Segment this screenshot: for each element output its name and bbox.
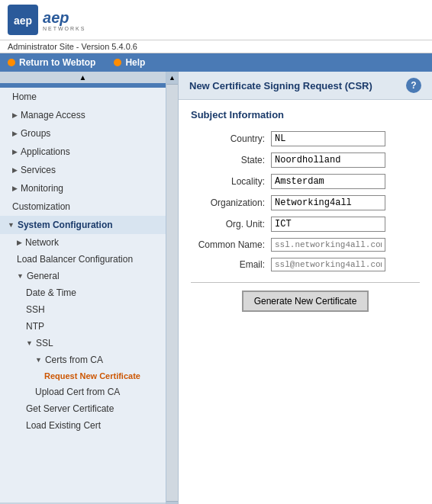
sidebar-scroll-up[interactable]: ▲ [0, 72, 166, 83]
general-arrow: ▼ [17, 272, 24, 280]
help-circle-icon[interactable]: ? [406, 78, 421, 93]
sidebar-item-get-server-cert[interactable]: Get Server Certificate [0, 400, 166, 417]
sidebar-item-home[interactable]: Home [0, 88, 166, 106]
logo-brand: aep [43, 9, 85, 26]
version-text: Administrator Site - Version 5.4.0.6 [8, 42, 137, 51]
content-body: Subject Information Country: State: Loca… [179, 100, 432, 504]
state-input[interactable] [271, 152, 385, 168]
email-label: Email: [191, 255, 271, 274]
system-config-arrow: ▼ [8, 221, 15, 229]
sidebar-item-date-time[interactable]: Date & Time [0, 284, 166, 301]
org-unit-row: Org. Unit: [191, 213, 420, 235]
scrollbar-track [166, 85, 178, 501]
logo-e: e [51, 9, 60, 26]
section-title: Subject Information [191, 109, 420, 120]
organization-label: Organization: [191, 192, 271, 213]
applications-arrow: ▶ [12, 148, 18, 156]
country-row: Country: [191, 128, 420, 149]
generate-certificate-button[interactable]: Generate New Certificate [242, 291, 369, 312]
general-label: General [27, 271, 60, 281]
app-header: aep aep NETWORKS [0, 0, 432, 40]
network-arrow: ▶ [17, 239, 22, 246]
common-name-input[interactable] [271, 238, 385, 252]
request-new-label: Request New Certificate [44, 371, 140, 380]
logo-text-block: aep NETWORKS [43, 9, 85, 31]
help-btn[interactable]: Help [114, 57, 145, 68]
content-area: New Certificate Signing Request (CSR) ? … [179, 72, 432, 504]
organization-input[interactable] [271, 195, 385, 210]
state-value-cell [271, 149, 420, 171]
sidebar-scrollbar[interactable]: ▲ ▼ [166, 72, 179, 504]
form-separator [191, 282, 420, 283]
sidebar-content: Home ▶ Manage Access ▶ Groups ▶ Applicat… [0, 88, 166, 502]
groups-arrow: ▶ [12, 130, 18, 137]
toolbar: Return to Webtop Help [0, 53, 432, 72]
scrollbar-up[interactable]: ▲ [166, 72, 178, 85]
main-layout: ▲ Home ▶ Manage Access ▶ Groups ▶ Applic… [0, 72, 432, 504]
common-name-label: Common Name: [191, 235, 271, 255]
logo: aep aep NETWORKS [8, 5, 85, 35]
sidebar-item-groups[interactable]: ▶ Groups [0, 124, 166, 143]
sidebar-item-manage-access[interactable]: ▶ Manage Access [0, 106, 166, 124]
ssl-arrow: ▼ [26, 339, 33, 347]
help-label: Help [125, 57, 145, 68]
scrollbar-down[interactable]: ▼ [166, 501, 178, 504]
customization-label: Customization [12, 201, 70, 212]
sidebar-item-ssl[interactable]: ▼ SSL [0, 335, 166, 352]
version-bar: Administrator Site - Version 5.4.0.6 [0, 40, 432, 53]
return-to-webtop-btn[interactable]: Return to Webtop [8, 57, 95, 68]
email-input[interactable] [271, 258, 385, 271]
org-unit-label: Org. Unit: [191, 213, 271, 235]
svg-text:aep: aep [14, 14, 32, 27]
return-label: Return to Webtop [19, 57, 95, 68]
sidebar-item-applications[interactable]: ▶ Applications [0, 143, 166, 161]
certs-from-ca-label: Certs from CA [45, 355, 103, 365]
sidebar-item-system-config[interactable]: ▼ System Configuration [0, 216, 166, 234]
date-time-label: Date & Time [26, 287, 76, 298]
sidebar-item-certs-from-ca[interactable]: ▼ Certs from CA [0, 352, 166, 368]
system-config-label: System Configuration [18, 220, 113, 230]
sidebar-item-request-new[interactable]: Request New Certificate [0, 368, 166, 384]
sidebar-item-ssh[interactable]: SSH [0, 301, 166, 318]
network-label: Network [25, 237, 59, 248]
sidebar-item-upload-cert[interactable]: Upload Cert from CA [0, 384, 166, 400]
help-icon-text: ? [411, 80, 416, 91]
content-title: New Certificate Signing Request (CSR) [189, 80, 372, 91]
sidebar-item-network[interactable]: ▶ Network [0, 234, 166, 251]
certs-arrow: ▼ [35, 356, 42, 364]
locality-row: Locality: [191, 171, 420, 192]
organization-row: Organization: [191, 192, 420, 213]
sidebar-item-customization[interactable]: Customization [0, 197, 166, 216]
applications-label: Applications [21, 146, 70, 157]
ntp-label: NTP [26, 321, 44, 332]
country-input[interactable] [271, 131, 385, 146]
services-arrow: ▶ [12, 166, 18, 174]
logo-svg: aep [11, 8, 35, 32]
get-server-cert-label: Get Server Certificate [26, 403, 114, 414]
monitoring-label: Monitoring [21, 183, 63, 194]
sidebar-item-services[interactable]: ▶ Services [0, 161, 166, 179]
upload-cert-label: Upload Cert from CA [35, 387, 120, 397]
email-row: Email: [191, 255, 420, 274]
org-unit-input[interactable] [271, 217, 385, 232]
locality-input[interactable] [271, 174, 385, 189]
sidebar-item-load-existing[interactable]: Load Existing Cert [0, 417, 166, 434]
common-name-row: Common Name: [191, 235, 420, 255]
return-dot [8, 59, 15, 66]
logo-a: a [43, 9, 51, 26]
home-label: Home [12, 91, 37, 102]
email-value-cell [271, 255, 420, 274]
country-value-cell [271, 128, 420, 149]
sidebar-item-ntp[interactable]: NTP [0, 318, 166, 335]
load-balancer-label: Load Balancer Configuration [17, 254, 133, 265]
ssl-label: SSL [36, 338, 53, 348]
sidebar-item-load-balancer[interactable]: Load Balancer Configuration [0, 251, 166, 268]
monitoring-arrow: ▶ [12, 185, 18, 192]
manage-access-arrow: ▶ [12, 111, 18, 119]
groups-label: Groups [21, 128, 50, 139]
sidebar-item-general[interactable]: ▼ General [0, 268, 166, 284]
org-unit-value-cell [271, 213, 420, 235]
logo-networks-label: NETWORKS [43, 26, 85, 31]
sidebar-item-monitoring[interactable]: ▶ Monitoring [0, 179, 166, 197]
locality-label: Locality: [191, 171, 271, 192]
